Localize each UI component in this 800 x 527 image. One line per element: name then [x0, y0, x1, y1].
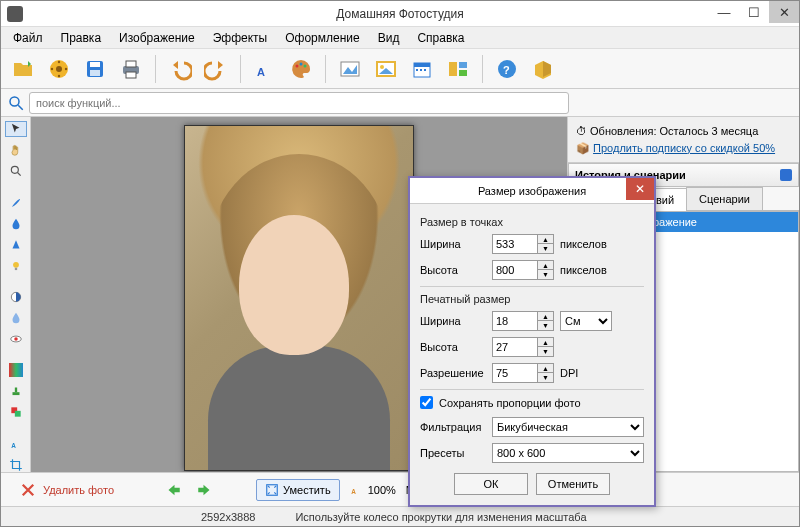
prev-button[interactable]: [162, 481, 184, 499]
width-cm-input[interactable]: ▲▼: [492, 311, 554, 331]
stamp-tool[interactable]: [5, 384, 27, 399]
drop-tool[interactable]: [5, 216, 27, 231]
filter-select[interactable]: Бикубическая: [492, 417, 644, 437]
redeye-tool[interactable]: [5, 331, 27, 346]
svg-point-4: [51, 67, 53, 69]
menu-view[interactable]: Вид: [370, 28, 408, 48]
fit-button[interactable]: Уместить: [256, 479, 340, 501]
crop-tool[interactable]: [5, 457, 27, 472]
brush-tool[interactable]: [5, 195, 27, 210]
dpi-unit: DPI: [560, 367, 578, 379]
menu-image[interactable]: Изображение: [111, 28, 203, 48]
photo-preview: [184, 125, 414, 471]
px-unit-1: пикселов: [560, 238, 607, 250]
svg-rect-27: [459, 62, 467, 68]
svg-rect-26: [449, 62, 457, 76]
box-button[interactable]: [527, 53, 559, 85]
svg-point-15: [304, 64, 307, 67]
pointer-tool[interactable]: [5, 121, 27, 137]
window-close[interactable]: ✕: [769, 1, 799, 23]
next-button[interactable]: [194, 481, 216, 499]
print-button[interactable]: [115, 53, 147, 85]
titlebar: Домашняя Фотостудия — ☐ ✕: [1, 1, 799, 27]
menu-edit[interactable]: Правка: [53, 28, 110, 48]
cone-tool[interactable]: [5, 237, 27, 252]
text-button[interactable]: A: [249, 53, 281, 85]
svg-rect-25: [424, 69, 426, 71]
save-button[interactable]: [79, 53, 111, 85]
window-maximize[interactable]: ☐: [739, 1, 769, 23]
svg-text:A: A: [257, 66, 265, 78]
app-title: Домашняя Фотостудия: [336, 7, 463, 21]
px-unit-2: пикселов: [560, 264, 607, 276]
window-minimize[interactable]: —: [709, 1, 739, 23]
clone-tool[interactable]: [5, 405, 27, 420]
ok-button[interactable]: ОК: [454, 473, 528, 495]
pin-icon[interactable]: [780, 169, 792, 181]
redo-button[interactable]: [200, 53, 232, 85]
svg-point-14: [300, 62, 303, 65]
svg-point-19: [380, 65, 384, 69]
svg-line-32: [18, 105, 23, 110]
svg-point-13: [296, 64, 299, 67]
preset-select[interactable]: 800 x 600: [492, 443, 644, 463]
height-px-label: Высота: [420, 264, 486, 276]
bottom-bar: Удалить фото Уместить A 100% Масштаб: 12…: [1, 472, 799, 506]
height-px-input[interactable]: ▲▼: [492, 260, 554, 280]
menu-effects[interactable]: Эффекты: [205, 28, 276, 48]
svg-text:A: A: [351, 487, 356, 494]
delete-icon: [19, 481, 37, 499]
gradient-tool[interactable]: [5, 363, 27, 378]
preset-label: Пресеты: [420, 447, 486, 459]
help-button[interactable]: ?: [491, 53, 523, 85]
cancel-button[interactable]: Отменить: [536, 473, 610, 495]
resolution-input[interactable]: ▲▼: [492, 363, 554, 383]
palette-button[interactable]: [285, 53, 317, 85]
fit-icon: [265, 483, 279, 497]
svg-point-31: [10, 97, 19, 106]
blur-tool[interactable]: [5, 311, 27, 326]
hand-tool[interactable]: [5, 143, 27, 158]
tab-scenarios[interactable]: Сценарии: [686, 187, 763, 210]
catalog-button[interactable]: [43, 53, 75, 85]
delete-photo-button[interactable]: Удалить фото: [11, 477, 122, 503]
zoom-tool[interactable]: [5, 164, 27, 179]
resolution-label: Разрешение: [420, 367, 486, 379]
svg-rect-41: [12, 392, 19, 395]
svg-point-3: [58, 74, 60, 76]
dialog-title-bar[interactable]: Размер изображения ✕: [410, 178, 654, 204]
contrast-tool[interactable]: [5, 290, 27, 305]
status-bar: 2592x3888 Используйте колесо прокрутки д…: [1, 506, 799, 526]
menu-file[interactable]: Файл: [5, 28, 51, 48]
zoom-100-button[interactable]: A 100%: [350, 483, 396, 497]
unit-select[interactable]: См: [560, 311, 612, 331]
image1-button[interactable]: [334, 53, 366, 85]
tool-panel: A: [1, 117, 31, 472]
width-px-label: Ширина: [420, 238, 486, 250]
svg-rect-24: [420, 69, 422, 71]
keep-aspect-checkbox[interactable]: Сохранять пропорции фото: [420, 396, 644, 409]
svg-text:A: A: [11, 441, 16, 448]
svg-point-35: [13, 262, 19, 268]
extend-link[interactable]: Продлить подписку со скидкой 50%: [593, 142, 775, 154]
dialog-close[interactable]: ✕: [626, 178, 654, 200]
app-icon: [7, 6, 23, 22]
undo-button[interactable]: [164, 53, 196, 85]
image2-button[interactable]: [370, 53, 402, 85]
status-dimensions: 2592x3888: [201, 511, 255, 523]
menu-help[interactable]: Справка: [409, 28, 472, 48]
calendar-button[interactable]: [406, 53, 438, 85]
svg-rect-8: [90, 70, 100, 76]
svg-rect-10: [126, 61, 136, 67]
text-tool[interactable]: A: [5, 436, 27, 451]
width-px-input[interactable]: ▲▼: [492, 234, 554, 254]
collage-button[interactable]: [442, 53, 474, 85]
height-cm-input[interactable]: ▲▼: [492, 337, 554, 357]
search-input[interactable]: [29, 92, 569, 114]
svg-rect-22: [414, 63, 430, 67]
svg-point-39: [14, 337, 18, 341]
bulb-tool[interactable]: [5, 258, 27, 273]
menu-design[interactable]: Оформление: [277, 28, 367, 48]
open-button[interactable]: [7, 53, 39, 85]
svg-rect-23: [416, 69, 418, 71]
